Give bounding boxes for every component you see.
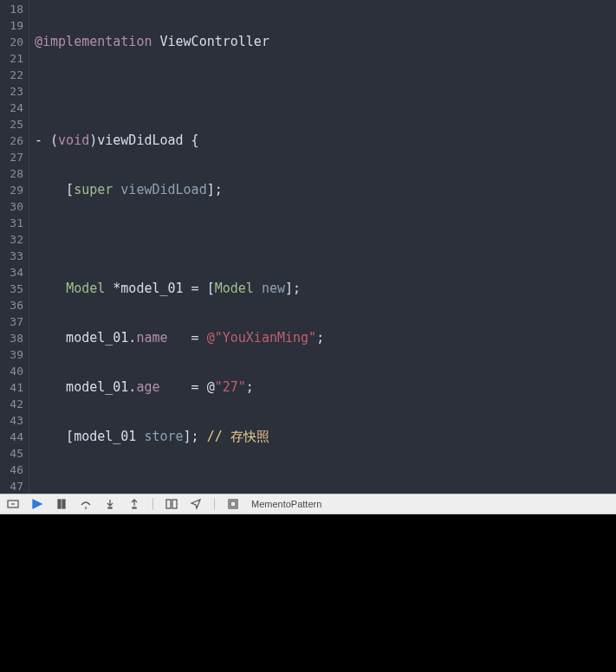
code-line bbox=[35, 231, 616, 248]
svg-rect-2 bbox=[62, 500, 65, 508]
code-area[interactable]: @implementation ViewController - (void)v… bbox=[29, 0, 616, 494]
line-number: 23 bbox=[0, 83, 23, 100]
line-number: 26 bbox=[0, 132, 23, 149]
line-number: 37 bbox=[0, 313, 23, 330]
console-output[interactable] bbox=[0, 514, 616, 672]
process-icon[interactable] bbox=[227, 498, 239, 510]
code-editor[interactable]: 1819202122232425262728293031323334353637… bbox=[0, 0, 616, 494]
svg-rect-5 bbox=[166, 500, 171, 508]
code-line: Model *model_01 = [Model new]; bbox=[35, 281, 616, 297]
continue-icon[interactable] bbox=[31, 498, 43, 510]
line-number: 36 bbox=[0, 297, 23, 313]
line-number: 30 bbox=[0, 198, 23, 215]
line-number: 38 bbox=[0, 330, 23, 346]
line-number: 35 bbox=[0, 281, 23, 297]
code-line: [model_01 store]; // 存快照 bbox=[35, 429, 616, 445]
code-line: [super viewDidLoad]; bbox=[35, 182, 616, 198]
line-number: 45 bbox=[0, 445, 23, 462]
line-number: 24 bbox=[0, 100, 23, 116]
svg-rect-4 bbox=[133, 507, 136, 508]
line-number: 33 bbox=[0, 248, 23, 264]
pause-icon[interactable] bbox=[55, 498, 68, 510]
debug-target-label[interactable]: MementoPattern bbox=[251, 499, 321, 509]
code-line: - (void)viewDidLoad { bbox=[35, 132, 616, 149]
line-number-gutter: 1819202122232425262728293031323334353637… bbox=[0, 0, 29, 494]
step-over-icon[interactable] bbox=[80, 498, 92, 510]
separator bbox=[214, 498, 215, 510]
code-line: model_01.name = @"YouXianMing"; bbox=[35, 330, 616, 346]
line-number: 19 bbox=[0, 17, 23, 34]
line-number: 40 bbox=[0, 363, 23, 379]
svg-rect-1 bbox=[58, 500, 61, 508]
location-icon[interactable] bbox=[190, 498, 202, 510]
line-number: 32 bbox=[0, 231, 23, 248]
line-number: 20 bbox=[0, 34, 23, 50]
line-number: 18 bbox=[0, 1, 23, 17]
code-line bbox=[35, 478, 616, 494]
line-number: 25 bbox=[0, 116, 23, 132]
line-number: 46 bbox=[0, 462, 23, 478]
svg-rect-8 bbox=[230, 501, 236, 507]
svg-rect-6 bbox=[172, 500, 177, 508]
line-number: 28 bbox=[0, 165, 23, 182]
debug-toolbar: MementoPattern bbox=[0, 494, 616, 514]
step-out-icon[interactable] bbox=[128, 498, 140, 510]
line-number: 21 bbox=[0, 50, 23, 67]
line-number: 34 bbox=[0, 264, 23, 281]
line-number: 22 bbox=[0, 67, 23, 83]
line-number: 27 bbox=[0, 149, 23, 165]
code-line: @implementation ViewController bbox=[35, 34, 616, 50]
line-number: 44 bbox=[0, 429, 23, 445]
debug-view-icon[interactable] bbox=[165, 498, 178, 510]
line-number: 47 bbox=[0, 478, 23, 494]
line-number: 39 bbox=[0, 346, 23, 363]
line-number: 31 bbox=[0, 215, 23, 231]
separator bbox=[152, 498, 153, 510]
line-number: 29 bbox=[0, 182, 23, 198]
line-number: 43 bbox=[0, 412, 23, 429]
line-number: 41 bbox=[0, 379, 23, 396]
code-line bbox=[35, 83, 616, 100]
code-line: model_01.age = @"27"; bbox=[35, 379, 616, 396]
line-number: 42 bbox=[0, 396, 23, 412]
step-in-icon[interactable] bbox=[104, 498, 116, 510]
svg-rect-3 bbox=[108, 507, 112, 508]
toggle-debug-icon[interactable] bbox=[7, 498, 19, 510]
